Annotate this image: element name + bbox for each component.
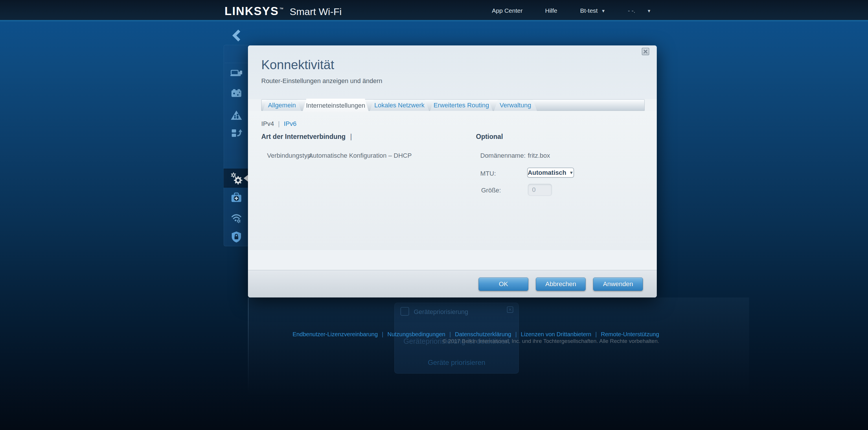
storage-box-icon bbox=[230, 87, 243, 100]
section-heading-label: Art der Internetverbindung bbox=[261, 133, 345, 141]
tab-label: Erweitertes Routing bbox=[434, 101, 489, 109]
back-chevron-icon bbox=[231, 29, 241, 42]
dialog-close-button[interactable] bbox=[642, 48, 649, 55]
menu-user-label: - -. bbox=[628, 7, 636, 14]
tab-label: Allgemein bbox=[268, 101, 296, 109]
menu-app-center-label: App Center bbox=[492, 7, 523, 14]
page: { "header": { "logo": "LINKSYS", "logo_t… bbox=[0, 0, 868, 430]
dialog-subtitle: Router-Einstellungen anzeigen und ändern bbox=[261, 77, 382, 85]
heading-divider: | bbox=[350, 133, 352, 141]
device-priority-icon bbox=[230, 127, 243, 140]
sidebar-item-wireless[interactable] bbox=[224, 209, 249, 226]
dialog-content: IPv4 | IPv6 Art der Internetverbindung |… bbox=[248, 111, 657, 250]
settings-gears-icon bbox=[229, 171, 243, 185]
footer-link-eula[interactable]: Endbenutzer-Lizenzvereinbarung bbox=[292, 331, 378, 338]
logo-trademark: ™ bbox=[279, 7, 283, 11]
mtu-dropdown[interactable]: Automatisch ▼ bbox=[527, 167, 574, 178]
section-heading-label: Optional bbox=[476, 133, 503, 141]
sidebar-collapse-button[interactable] bbox=[231, 29, 241, 40]
footer-link-remote-support[interactable]: Remote-Unterstützung bbox=[601, 331, 659, 338]
menu-router-name-dropdown[interactable]: Bt-test ▼ bbox=[580, 0, 606, 22]
footer-separator: | bbox=[382, 331, 383, 338]
dialog-footer: OK Abbrechen Anwenden bbox=[248, 270, 657, 298]
footer-link-privacy[interactable]: Datenschutzerklärung bbox=[455, 331, 511, 338]
footer-separator: | bbox=[515, 331, 517, 338]
warning-triangle-icon bbox=[230, 109, 243, 122]
tab-verwaltung[interactable]: Verwaltung bbox=[494, 99, 537, 111]
tab-allgemein[interactable]: Allgemein bbox=[263, 99, 301, 111]
menu-app-center[interactable]: App Center bbox=[492, 0, 523, 22]
sidebar-item-prioritization[interactable] bbox=[224, 125, 249, 142]
ip-version-toggle: IPv4 | IPv6 bbox=[261, 120, 297, 128]
mtu-selected-value: Automatisch bbox=[528, 169, 566, 177]
footer-links: Endbenutzer-Lizenzvereinbarung | Nutzung… bbox=[292, 331, 659, 338]
close-icon bbox=[644, 50, 648, 54]
sidebar-separator bbox=[225, 63, 248, 63]
menu-router-name-label: Bt-test bbox=[580, 7, 598, 14]
tab-interneteinstellungen[interactable]: Interneteinstellungen bbox=[302, 99, 369, 112]
section-heading-optional: Optional bbox=[476, 133, 503, 141]
tab-lokales-netzwerk[interactable]: Lokales Netzwerk bbox=[370, 99, 429, 111]
section-heading-connection-type: Art der Internetverbindung | bbox=[261, 133, 352, 141]
chevron-down-icon: ▼ bbox=[601, 8, 606, 13]
ipv6-toggle[interactable]: IPv6 bbox=[284, 120, 297, 128]
tab-label: Interneteinstellungen bbox=[306, 102, 365, 110]
connectivity-dialog: Konnektivität Router-Einstellungen anzei… bbox=[248, 45, 657, 298]
connection-type-label: Verbindungstyp: bbox=[267, 152, 313, 159]
apply-button[interactable]: Anwenden bbox=[593, 277, 643, 291]
footer-separator: | bbox=[450, 331, 451, 338]
footer-separator: | bbox=[595, 331, 597, 338]
sidebar-item-media-storage[interactable] bbox=[224, 85, 249, 102]
shield-lock-icon bbox=[230, 231, 243, 243]
underlying-content-glow bbox=[249, 298, 749, 399]
menu-hilfe-label: Hilfe bbox=[545, 7, 557, 14]
dialog-header: Konnektivität Router-Einstellungen anzei… bbox=[248, 45, 657, 99]
top-header-bar: LINKSYS™ Smart Wi-Fi App Center Hilfe Bt… bbox=[0, 0, 868, 22]
logo-suffix-text: Smart Wi-Fi bbox=[290, 6, 341, 18]
dialog-title: Konnektivität bbox=[261, 58, 334, 72]
chevron-down-icon: ▼ bbox=[647, 8, 651, 13]
tab-erweitertes-routing[interactable]: Erweitertes Routing bbox=[430, 99, 493, 111]
mtu-label: MTU: bbox=[480, 170, 496, 177]
domain-name-label: Domänenname: bbox=[480, 152, 526, 159]
sidebar-item-security[interactable] bbox=[224, 228, 249, 245]
ipv4-toggle[interactable]: IPv4 bbox=[261, 120, 274, 128]
logo-brand-text: LINKSYS bbox=[224, 5, 279, 18]
dialog-tab-bar: Allgemein Interneteinstellungen Lokales … bbox=[261, 99, 645, 111]
domain-name-value: fritz.box bbox=[528, 152, 550, 159]
footer-link-thirdparty[interactable]: Lizenzen von Drittanbietern bbox=[521, 331, 591, 338]
copyright-text: © 2017 Belkin International, Inc. und ih… bbox=[442, 338, 659, 344]
cancel-button[interactable]: Abbrechen bbox=[536, 277, 586, 291]
sidebar-item-network-devices[interactable] bbox=[224, 65, 249, 82]
tab-label: Lokales Netzwerk bbox=[374, 101, 425, 109]
menu-user-dropdown[interactable]: - -. ▼ bbox=[628, 0, 651, 22]
devices-icon bbox=[230, 67, 243, 80]
tab-label: Verwaltung bbox=[500, 101, 531, 109]
size-label: Größe: bbox=[481, 187, 501, 194]
linksys-logo: LINKSYS™ Smart Wi-Fi bbox=[224, 5, 342, 18]
menu-hilfe[interactable]: Hilfe bbox=[545, 0, 557, 22]
connection-type-value: Automatische Konfiguration – DHCP bbox=[309, 152, 412, 159]
sidebar-item-troubleshooting[interactable] bbox=[224, 189, 249, 206]
chevron-down-icon: ▼ bbox=[569, 170, 574, 175]
first-aid-kit-icon bbox=[230, 191, 243, 204]
sidebar-item-parental-controls[interactable] bbox=[224, 107, 249, 124]
wifi-gear-icon bbox=[230, 211, 243, 224]
footer-link-terms[interactable]: Nutzungsbedingungen bbox=[388, 331, 445, 338]
size-input bbox=[528, 184, 552, 196]
ok-button[interactable]: OK bbox=[478, 277, 528, 291]
ip-divider: | bbox=[278, 120, 280, 128]
underlying-panel-edge bbox=[248, 298, 249, 393]
